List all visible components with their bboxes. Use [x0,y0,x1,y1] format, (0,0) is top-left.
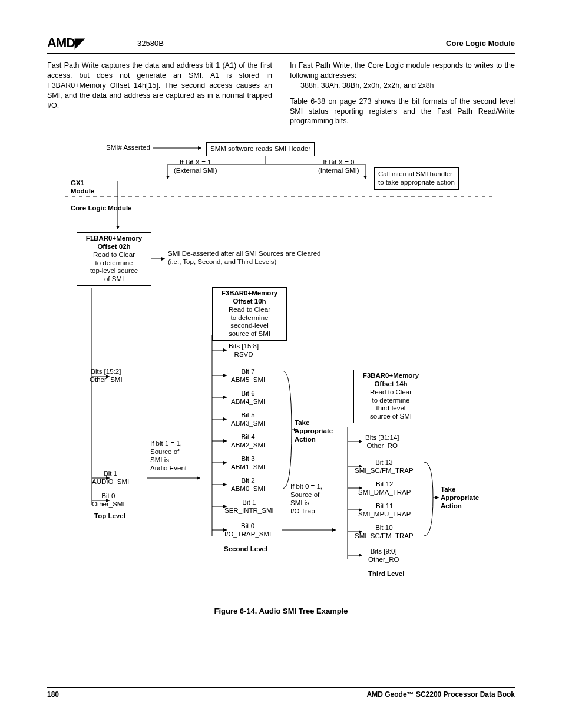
page-footer: 180 AMD Geode™ SC2200 Processor Data Boo… [47,687,515,699]
tl-10: Bit 10SMI_SC/FM_TRAP [355,524,414,541]
deassert: SMI De-asserted after all SMI Sources ar… [168,250,321,266]
sec-b4: Bit 4ABM2_SMI [231,433,265,450]
address-list: 388h, 38Ah, 38Bh, 2x0h, 2x2h, and 2x8h [290,81,515,91]
page-header: AMD◤ 32580B Core Logic Module [47,35,515,54]
ifbit0: If bit 0 = 1,Source of SMI isI/O Trap [290,483,322,515]
amd-logo: AMD◤ [47,35,84,51]
f3bar14-box: F3BAR0+Memory Offset 14h Read to Clear t… [353,370,428,423]
gx1-module: GX1Module [71,179,94,196]
second-level-label: Second Level [224,545,267,554]
para3: Table 6-38 on page 273 shows the bit for… [290,97,515,126]
sec-b2: Bit 2ABM0_SMI [231,477,265,493]
tl-11: Bit 11SMI_MPU_TRAP [358,502,411,519]
sec-b1: Bit 1SER_INTR_SMI [224,499,274,515]
third-level-label: Third Level [368,570,404,578]
sec-b0: Bit 0I/O_TRAP_SMI [224,522,271,539]
page: AMD◤ 32580B Core Logic Module Fast Path … [0,0,562,728]
smi-asserted: SMI# Asserted [106,144,150,152]
tl-13: Bit 13SMI_SC/FM_TRAP [355,459,414,475]
call-handler-box: Call internal SMI handlerto take appropr… [374,167,459,190]
f3bar10-box: F3BAR0+Memory Offset 10h Read to Clear t… [212,287,287,341]
page-number: 180 [47,690,59,699]
book-title: AMD Geode™ SC2200 Processor Data Book [367,690,515,699]
top-bit1: Bit 1AUDIO_SMI [92,470,129,486]
module-title: Core Logic Module [446,39,515,48]
top-level-label: Top Level [94,512,125,521]
top-bit0: Bit 0Other_SMI [92,492,125,509]
sec-b6: Bit 6ABM4_SMI [231,390,265,406]
take-action-right: TakeAppropriateAction [441,486,479,510]
take-action-mid: TakeAppropriateAction [295,419,333,443]
doc-number: 32580B [137,39,164,48]
ifbit1: If bit 1 = 1,Source of SMI isAudio Event [150,440,187,472]
body-columns: Fast Path Write captures the data and ad… [47,61,515,126]
figure-caption: Figure 6-14. Audio SMI Tree Example [47,607,515,615]
bitx1: If Bit X = 1(External SMI) [174,159,217,175]
sec-b158: Bits [15:8]RSVD [229,342,259,359]
sec-b5: Bit 5ABM3_SMI [231,411,265,428]
tl-90: Bits [9:0]Other_RO [368,548,399,564]
f1bar-box: F1BAR0+Memory Offset 02h Read to Clear t… [77,232,151,286]
diagram: SMI# Asserted SMM software reads SMI Hea… [47,135,515,601]
para1: Fast Path Write captures the data and ad… [47,61,272,110]
right-column: In Fast Path Write, the Core Logic modul… [290,61,515,126]
para2a: In Fast Path Write, the Core Logic modul… [290,61,515,80]
bitx0: If Bit X = 0(Internal SMI) [318,159,359,175]
sec-b7: Bit 7ABM5_SMI [231,368,265,384]
tl-31: Bits [31:14]Other_RO [365,434,399,450]
left-column: Fast Path Write captures the data and ad… [47,61,272,126]
smm-reads-box: SMM software reads SMI Header [206,142,315,156]
logo-arrow-icon: ◤ [75,35,84,50]
tl-12: Bit 12SMI_DMA_TRAP [358,480,411,497]
sec-b3: Bit 3ABM1_SMI [231,455,265,472]
core-logic-module-label: Core Logic Module [71,205,132,213]
top-bits152: Bits [15:2]Other_SMI [90,368,123,384]
